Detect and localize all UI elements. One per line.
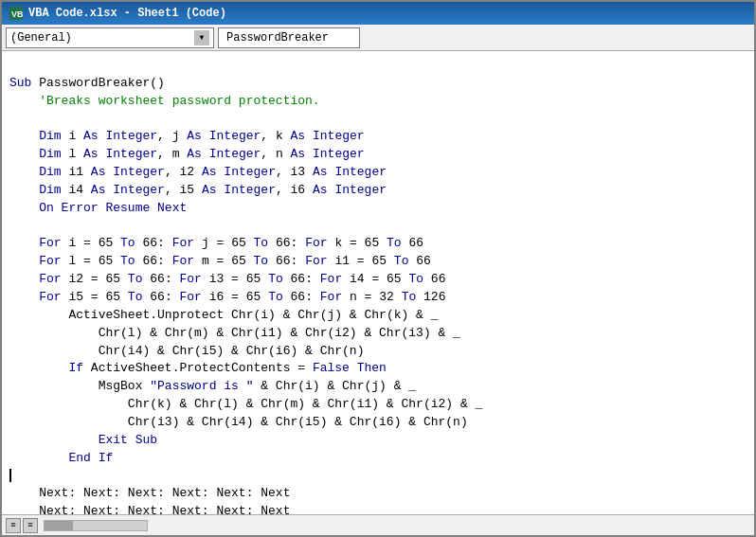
code-content: Sub PasswordBreaker() 'Breaks worksheet …: [2, 55, 754, 514]
title-bar: VB VBA Code.xlsx - Sheet1 (Code): [2, 2, 754, 25]
vba-icon: VB: [9, 7, 23, 20]
status-bar: ≡ ≡: [2, 514, 754, 535]
scrollbar-thumb[interactable]: [45, 521, 73, 530]
status-btn-1[interactable]: ≡: [6, 518, 21, 533]
general-dropdown[interactable]: (General) ▼: [6, 27, 214, 48]
status-btn-2[interactable]: ≡: [23, 518, 38, 533]
proc-value: PasswordBreaker: [226, 31, 329, 45]
title-text: VBA Code.xlsx - Sheet1 (Code): [28, 7, 226, 20]
svg-text:VB: VB: [11, 9, 23, 19]
dropdown-value: (General): [10, 31, 72, 45]
code-editor[interactable]: Sub PasswordBreaker() 'Breaks worksheet …: [2, 51, 754, 514]
horizontal-scrollbar[interactable]: [44, 520, 148, 531]
procedure-dropdown[interactable]: PasswordBreaker: [218, 27, 360, 48]
toolbar: (General) ▼ PasswordBreaker: [2, 25, 754, 51]
dropdown-arrow-icon[interactable]: ▼: [194, 30, 209, 45]
vba-editor-window: VB VBA Code.xlsx - Sheet1 (Code) (Genera…: [0, 0, 756, 537]
